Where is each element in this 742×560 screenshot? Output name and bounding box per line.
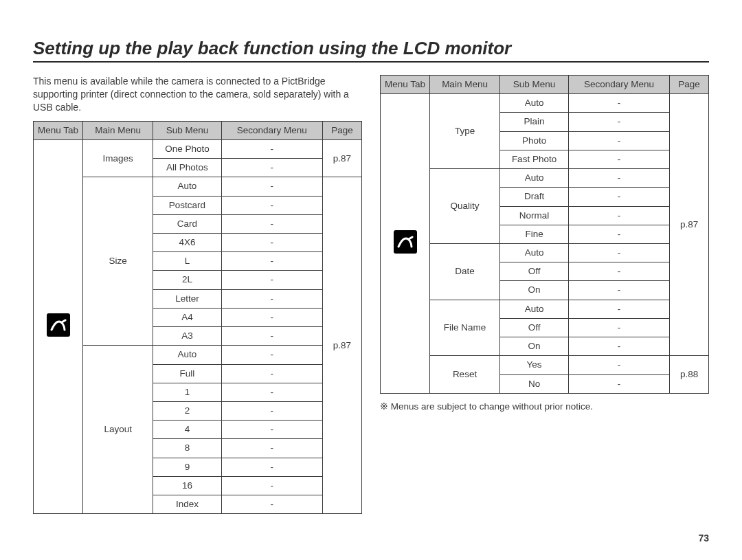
mainmenu-reset: Reset bbox=[430, 356, 500, 393]
pictbridge-icon bbox=[394, 230, 417, 254]
sec: - bbox=[221, 439, 322, 458]
sec: - bbox=[221, 327, 322, 346]
sub: Fast Photo bbox=[500, 150, 569, 168]
sec: - bbox=[569, 243, 670, 262]
sub: 2L bbox=[153, 271, 221, 289]
sub: No bbox=[500, 374, 569, 393]
mainmenu-images: Images bbox=[83, 139, 153, 177]
page-reset: p.88 bbox=[670, 356, 709, 393]
sub: On bbox=[500, 281, 569, 300]
sec: - bbox=[221, 401, 322, 420]
th-mainmenu: Main Menu bbox=[430, 76, 500, 94]
right-column: Menu Tab Main Menu Sub Menu Secondary Me… bbox=[380, 75, 709, 514]
sub: 4X6 bbox=[153, 233, 221, 251]
sec: - bbox=[221, 421, 322, 439]
sec: - bbox=[569, 318, 670, 337]
sec: - bbox=[569, 113, 670, 131]
sub: Letter bbox=[153, 289, 221, 308]
sec: - bbox=[221, 214, 322, 233]
sub: On bbox=[500, 337, 569, 356]
sub: 16 bbox=[153, 476, 221, 495]
mainmenu-quality: Quality bbox=[430, 169, 500, 244]
sub: Auto bbox=[153, 177, 221, 196]
sec: - bbox=[569, 262, 670, 281]
sub: Photo bbox=[500, 131, 569, 150]
sec: - bbox=[569, 281, 670, 300]
intro-text: This menu is available while the camera … bbox=[33, 75, 362, 114]
pictbridge-icon bbox=[47, 313, 70, 337]
sec: - bbox=[221, 476, 322, 495]
sec: - bbox=[221, 346, 322, 364]
sub: One Photo bbox=[153, 139, 221, 158]
th-secmenu: Secondary Menu bbox=[569, 76, 670, 94]
sub: Card bbox=[153, 214, 221, 233]
sub: Draft bbox=[500, 188, 569, 206]
sub: 1 bbox=[153, 383, 221, 401]
sec: - bbox=[569, 150, 670, 168]
sub: Off bbox=[500, 318, 569, 337]
sec: - bbox=[569, 131, 670, 150]
left-column: This menu is available while the camera … bbox=[33, 75, 362, 514]
sub: Auto bbox=[500, 169, 569, 188]
right-menu-table: Menu Tab Main Menu Sub Menu Secondary Me… bbox=[380, 75, 709, 394]
th-mainmenu: Main Menu bbox=[83, 121, 153, 139]
sec: - bbox=[221, 495, 322, 514]
sec: - bbox=[221, 271, 322, 289]
sec: - bbox=[221, 139, 322, 158]
sec: - bbox=[221, 364, 322, 383]
sec: - bbox=[569, 94, 670, 113]
th-menutab: Menu Tab bbox=[34, 121, 83, 139]
th-menutab: Menu Tab bbox=[381, 76, 430, 94]
sec: - bbox=[221, 289, 322, 308]
th-submenu: Sub Menu bbox=[500, 76, 569, 94]
page-type-etc: p.87 bbox=[670, 94, 709, 356]
page-number: 73 bbox=[698, 533, 709, 544]
th-page: Page bbox=[322, 121, 361, 139]
sec: - bbox=[569, 356, 670, 374]
sub: 2 bbox=[153, 401, 221, 420]
sub: Fine bbox=[500, 225, 569, 243]
sub: Auto bbox=[500, 243, 569, 262]
sub: 8 bbox=[153, 439, 221, 458]
mainmenu-size: Size bbox=[83, 177, 153, 346]
sub: A3 bbox=[153, 327, 221, 346]
sub: Yes bbox=[500, 356, 569, 374]
menutab-icon-cell bbox=[381, 94, 430, 394]
sub: Auto bbox=[500, 300, 569, 318]
sub: Off bbox=[500, 262, 569, 281]
sub: L bbox=[153, 252, 221, 271]
sub: 9 bbox=[153, 458, 221, 476]
sec: - bbox=[569, 206, 670, 225]
sec: - bbox=[569, 225, 670, 243]
sub: Normal bbox=[500, 206, 569, 225]
sec: - bbox=[221, 196, 322, 214]
sub: All Photos bbox=[153, 159, 221, 177]
sec: - bbox=[221, 233, 322, 251]
sub: Auto bbox=[153, 346, 221, 364]
left-menu-table: Menu Tab Main Menu Sub Menu Secondary Me… bbox=[33, 121, 362, 515]
sub: A4 bbox=[153, 308, 221, 326]
sub: Auto bbox=[500, 94, 569, 113]
sec: - bbox=[569, 169, 670, 188]
sec: - bbox=[569, 337, 670, 356]
page-size-layout: p.87 bbox=[322, 177, 361, 514]
sec: - bbox=[221, 458, 322, 476]
sec: - bbox=[221, 159, 322, 177]
mainmenu-filename: File Name bbox=[430, 300, 500, 356]
sub: Index bbox=[153, 495, 221, 514]
sec: - bbox=[569, 188, 670, 206]
footnote: ※ Menus are subject to change without pr… bbox=[380, 401, 709, 413]
menutab-icon-cell bbox=[34, 139, 83, 513]
sec: - bbox=[221, 308, 322, 326]
sec: - bbox=[221, 177, 322, 196]
sub: 4 bbox=[153, 421, 221, 439]
th-submenu: Sub Menu bbox=[153, 121, 221, 139]
page-title: Setting up the play back function using … bbox=[33, 38, 709, 63]
sub: Plain bbox=[500, 113, 569, 131]
th-page: Page bbox=[670, 76, 709, 94]
page-images: p.87 bbox=[322, 139, 361, 177]
th-secmenu: Secondary Menu bbox=[221, 121, 322, 139]
sub: Full bbox=[153, 364, 221, 383]
sec: - bbox=[569, 374, 670, 393]
mainmenu-type: Type bbox=[430, 94, 500, 169]
